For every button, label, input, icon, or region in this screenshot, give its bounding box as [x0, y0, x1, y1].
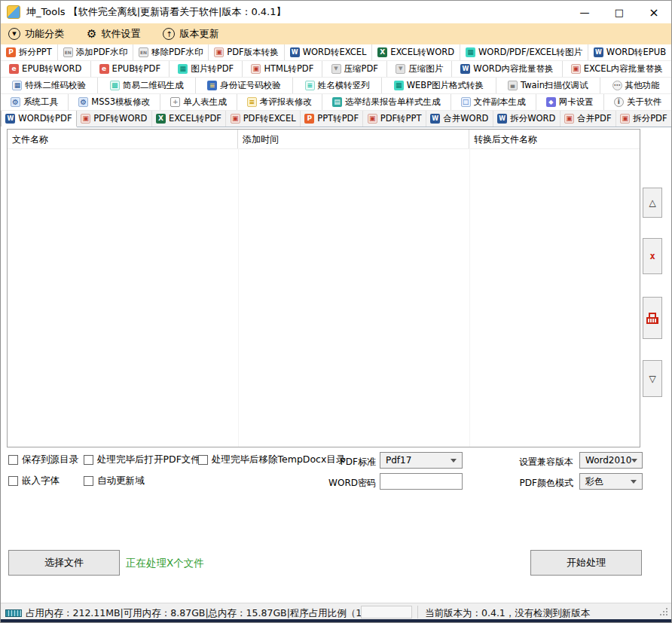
checkbox-save-to-source-dir[interactable]: 保存到源目录: [8, 454, 78, 466]
tool-tab[interactable]: ⚙系统工具: [1, 94, 69, 110]
select-files-button[interactable]: 选择文件: [8, 550, 120, 576]
checkbox-open-pdf-after-process[interactable]: 处理完毕后打开PDF文件: [84, 454, 200, 466]
tool-tab[interactable]: i关于软件: [604, 94, 671, 110]
tool-tab-label: MSS3模板修改: [91, 96, 150, 108]
tool-tab[interactable]: P拆分PPT: [1, 44, 58, 60]
tool-tab[interactable]: ▤选举结果报告单样式生成: [322, 94, 451, 110]
tool-tab[interactable]: ▣PDF转EXCEL: [226, 111, 301, 127]
tool-tab[interactable]: ▣EXCEL内容批量替换: [563, 61, 671, 77]
tool-tab[interactable]: ▩简易二维码生成: [98, 78, 195, 93]
tool-tab[interactable]: eEPUB转PDF: [91, 61, 170, 77]
remove-file-button[interactable]: x: [643, 238, 662, 274]
ppt-file-icon: P: [6, 47, 16, 57]
status-bar: 占用内存：212.11MB|可用内存：8.87GB|总内存：15.87GB|程序…: [1, 603, 671, 621]
tool-tab[interactable]: PPPT转PDF: [301, 111, 363, 127]
tool-tab[interactable]: ≡考评报表修改: [237, 94, 322, 110]
tool-tab[interactable]: WWORD转EXCEL: [285, 44, 373, 60]
gear-icon: ⚙: [87, 29, 96, 40]
tool-tab-label: 简易二维码生成: [123, 80, 184, 91]
clear-list-button[interactable]: [643, 297, 662, 339]
memory-usage-text: 占用内存：212.11MB|可用内存：8.87GB|总内存：15.87GB|程序…: [26, 607, 396, 620]
checkbox[interactable]: [198, 455, 208, 465]
tool-tab[interactable]: ▼压缩图片: [387, 61, 452, 77]
menu-item-function-category[interactable]: ▼功能分类: [8, 27, 64, 41]
tool-tab[interactable]: WWORD转PDF: [1, 111, 77, 127]
tool-tab[interactable]: ▣HTML转PDF: [243, 61, 322, 77]
table-header: 文件名称添加时间转换后文件名称: [8, 130, 640, 149]
file-list-body[interactable]: [8, 148, 640, 447]
gear-blue-icon: ⚙: [11, 97, 20, 107]
word-password-input[interactable]: [380, 473, 463, 490]
pdf-window-icon: ▣: [620, 114, 630, 124]
tool-tab[interactable]: +单人表生成: [160, 94, 237, 110]
tool-tab-label: HTML转PDF: [264, 63, 313, 75]
tool-tab[interactable]: ▦图片转PDF: [170, 61, 243, 77]
column-header-output-filename[interactable]: 转换后文件名称: [469, 130, 640, 148]
menu-item-version-update[interactable]: ↑版本更新: [163, 27, 218, 41]
pdf-color-mode-select[interactable]: 彩色: [579, 473, 643, 490]
checkbox[interactable]: [84, 455, 93, 465]
tool-tab[interactable]: eEPUB转WORD: [1, 61, 91, 77]
window-title: 坤_Tools 【软件完全离线|更新请看关于软件|版本：0.4.1】: [26, 5, 286, 19]
checkbox[interactable]: [8, 476, 18, 486]
move-down-button[interactable]: ▽: [643, 360, 662, 397]
tool-tab[interactable]: ▣合并PDF: [561, 111, 616, 127]
menu-item-software-settings[interactable]: ⚙软件设置: [87, 27, 140, 41]
tool-tab-label: 其他功能: [625, 80, 660, 91]
pdf-window-icon: ▣: [564, 114, 574, 124]
tool-tab[interactable]: ≡姓名横转竖列: [293, 78, 382, 93]
minimize-button[interactable]: —: [567, 1, 602, 23]
tool-tab[interactable]: XEXCEL转WORD: [372, 44, 460, 60]
excel-file-icon: X: [156, 114, 166, 124]
tool-tab[interactable]: ▼压缩PDF: [322, 61, 387, 77]
tool-tab-label: 考评报表修改: [260, 96, 312, 108]
tool-tab[interactable]: ▦特殊二维码校验: [1, 78, 98, 93]
chevron-down-icon: [631, 459, 637, 463]
maximize-button[interactable]: □: [602, 1, 637, 23]
move-up-button[interactable]: △: [643, 188, 662, 218]
tool-tab[interactable]: ▦WORD/PDF/EXCEL转图片: [460, 44, 588, 60]
tool-tab[interactable]: ▣PDF转PPT: [363, 111, 426, 127]
tool-tab[interactable]: XEXCEL转PDF: [152, 111, 227, 127]
tool-tab[interactable]: W拆分WORD: [493, 111, 561, 127]
tool-tab[interactable]: ≡身份证号码校验: [196, 78, 293, 93]
tool-tab-label: EXCEL转PDF: [169, 113, 221, 124]
tool-tab[interactable]: ▣PDF版本转换: [209, 44, 284, 60]
pdf-color-mode-label: PDF颜色模式: [507, 477, 573, 490]
tool-tab[interactable]: WWORD内容批量替换: [452, 61, 563, 77]
word-file-icon: W: [497, 114, 507, 124]
tool-tab[interactable]: ▣拆分PDF: [616, 111, 671, 127]
tool-tab-label: EPUB转WORD: [22, 63, 81, 75]
tool-tab[interactable]: ◆网卡设置: [536, 94, 604, 110]
more-icon: ⋯: [612, 81, 622, 90]
checkbox-label: 嵌入字体: [22, 475, 60, 487]
tool-tab[interactable]: ▦WEBP图片格式转换: [382, 78, 496, 93]
tool-tab[interactable]: ▣PDF转WORD: [77, 111, 152, 127]
pdf-standard-select[interactable]: Pdf17: [380, 452, 463, 469]
tool-tab-label: 选举结果报告单样式生成: [345, 96, 441, 108]
tool-tab-label: WEBP图片格式转换: [407, 80, 484, 91]
checkbox[interactable]: [84, 476, 93, 486]
tool-tab[interactable]: EN添加PDF水印: [58, 44, 133, 60]
image-icon: ▦: [466, 47, 475, 57]
checkbox-remove-tempdocx-after-process[interactable]: 处理完毕后移除TempDocx目录: [198, 454, 345, 466]
tool-tab[interactable]: EN移除PDF水印: [133, 44, 209, 60]
tool-tab[interactable]: ⋯其他功能: [600, 78, 671, 93]
resize-grip[interactable]: [666, 614, 667, 615]
tool-tab[interactable]: ⚙MSS3模板修改: [69, 94, 160, 110]
tool-tab[interactable]: WWORD转EPUB: [588, 44, 671, 60]
tool-tab[interactable]: ▄Twain扫描仪调试: [496, 78, 600, 93]
processing-status-text: 正在处理X个文件: [126, 557, 204, 570]
column-header-filename[interactable]: 文件名称: [8, 130, 238, 148]
checkbox-auto-update-fields[interactable]: 自动更新域: [84, 475, 145, 487]
epub-file-icon: e: [99, 64, 109, 74]
column-header-add-time[interactable]: 添加时间: [238, 130, 469, 148]
checkbox[interactable]: [8, 455, 18, 465]
tool-tab[interactable]: □文件副本生成: [451, 94, 536, 110]
close-button[interactable]: ×: [637, 1, 671, 23]
pdf-window-icon: ▣: [81, 114, 90, 124]
start-processing-button[interactable]: 开始处理: [530, 550, 642, 576]
checkbox-embed-fonts[interactable]: 嵌入字体: [8, 475, 60, 487]
compat-version-select[interactable]: Word2010: [579, 452, 643, 469]
tool-tab[interactable]: W合并WORD: [426, 111, 493, 127]
